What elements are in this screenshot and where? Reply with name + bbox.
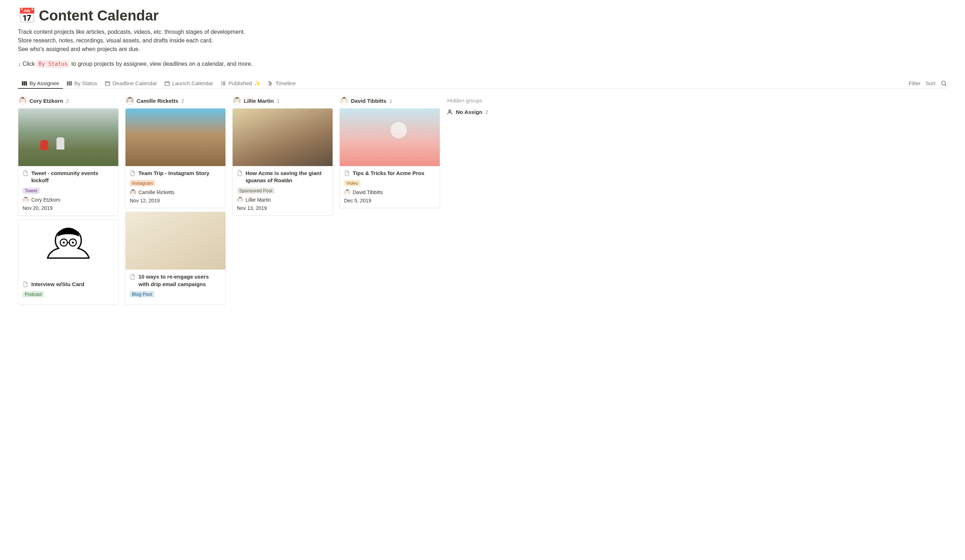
column-header[interactable]: Lillie Martin1: [232, 95, 333, 108]
hidden-groups-label[interactable]: Hidden groups: [447, 97, 508, 104]
assignee-name: David Tibbitts: [353, 189, 383, 195]
svg-point-43: [236, 98, 238, 101]
svg-point-19: [942, 81, 945, 85]
board-card[interactable]: Team Trip - Instagram StoryInstagramCami…: [125, 108, 226, 208]
column-count: 2: [181, 98, 184, 104]
card-date: Nov 13, 2019: [237, 205, 328, 211]
search-icon[interactable]: [940, 80, 947, 87]
column-header[interactable]: Cory Etzkorn2: [18, 95, 119, 108]
svg-point-55: [346, 191, 348, 193]
tab-deadline-calendar[interactable]: Deadline Calendar: [101, 78, 161, 88]
hint-pre: ↓ Click: [18, 61, 35, 67]
assignee-name: Lillie Martin: [245, 197, 271, 203]
card-date: Dec 5, 2019: [344, 198, 435, 203]
assignee-avatar: [233, 97, 241, 104]
calendar-icon: [164, 80, 170, 86]
card-tag: Instagram: [130, 180, 155, 186]
hint-code: By Status: [36, 60, 70, 68]
document-icon: [344, 170, 350, 176]
tab-launch-calendar[interactable]: Launch Calendar: [161, 78, 217, 88]
svg-point-37: [130, 99, 131, 100]
column-header[interactable]: Camille Ricketts2: [125, 95, 226, 108]
page-icon[interactable]: 📅: [18, 7, 36, 24]
svg-point-35: [128, 98, 131, 101]
person-off-icon: [447, 109, 453, 115]
document-icon: [237, 170, 243, 176]
svg-point-27: [25, 198, 26, 199]
column-header[interactable]: David Tibbitts1: [339, 95, 440, 108]
tabbar-actions: Filter Sort: [909, 80, 947, 87]
svg-point-12: [221, 83, 222, 83]
column-name: David Tibbitts: [351, 98, 386, 104]
svg-point-44: [236, 99, 237, 100]
card-body: How Acme is saving the giant iguanas of …: [232, 166, 332, 215]
board-card[interactable]: Interview w/Stu CardPodcast: [18, 219, 119, 305]
desc-line-1: Track content projects like articles, po…: [18, 28, 947, 36]
page-title[interactable]: Content Calendar: [39, 8, 159, 24]
assignee-avatar: [130, 189, 136, 196]
desc-line-2: Store research, notes, recordings, visua…: [18, 36, 947, 45]
card-body: Interview w/Stu CardPodcast: [18, 277, 118, 304]
tab-label: Deadline Calendar: [113, 80, 157, 86]
board: Cory Etzkorn2Tweet - community events ki…: [18, 95, 947, 309]
views-tabs: By Assignee By Status Deadline Calendar …: [18, 78, 909, 88]
svg-rect-5: [70, 81, 72, 85]
card-assignee: Cory Etzkorn: [23, 197, 114, 203]
card-tag: Podcast: [23, 291, 44, 297]
svg-point-51: [343, 98, 345, 101]
document-icon: [23, 170, 28, 176]
svg-line-20: [945, 85, 947, 86]
assignee-name: Cory Etzkorn: [31, 197, 61, 203]
svg-point-36: [129, 99, 130, 100]
tab-timeline[interactable]: Timeline: [264, 78, 299, 88]
board-column: Camille Ricketts2Team Trip - Instagram S…: [125, 95, 226, 309]
no-assignee-group[interactable]: No Assign2: [447, 109, 508, 115]
card-body: Team Trip - Instagram StoryInstagramCami…: [126, 166, 226, 208]
page-description[interactable]: Track content projects like articles, po…: [18, 28, 947, 54]
card-assignee: Camille Ricketts: [130, 189, 221, 196]
filter-button[interactable]: Filter: [909, 80, 921, 86]
card-title: How Acme is saving the giant iguanas of …: [245, 170, 328, 184]
tab-by-assignee[interactable]: By Assignee: [18, 78, 63, 88]
card-cover: [340, 109, 440, 166]
card-cover: [232, 109, 332, 166]
board-card[interactable]: Tips & Tricks for Acme ProsVideoDavid Ti…: [339, 108, 440, 208]
tab-label: By Assignee: [29, 80, 59, 86]
board-column: Cory Etzkorn2Tweet - community events ki…: [18, 95, 119, 309]
board-icon: [67, 80, 72, 86]
tab-label: Timeline: [275, 80, 296, 86]
svg-point-10: [221, 81, 222, 82]
card-body: 10 ways to re-engage users with drip ema…: [126, 269, 226, 304]
svg-rect-3: [67, 81, 68, 85]
tab-by-status[interactable]: By Status: [63, 78, 101, 88]
svg-rect-11: [222, 82, 226, 82]
svg-rect-4: [69, 81, 70, 85]
card-title: Tips & Tricks for Acme Pros: [353, 170, 424, 177]
board-card[interactable]: Tweet - community events kickoffTweetCor…: [18, 108, 119, 216]
svg-point-39: [132, 191, 134, 193]
card-title: 10 ways to re-engage users with drip ema…: [138, 273, 221, 288]
column-name: Cory Etzkorn: [29, 98, 63, 104]
tab-published[interactable]: Published ✨: [217, 78, 264, 88]
svg-point-58: [449, 109, 451, 112]
card-date: Nov 12, 2019: [130, 198, 221, 203]
assignee-avatar: [237, 197, 244, 203]
card-date: Nov 20, 2019: [23, 205, 114, 211]
svg-point-33: [72, 242, 74, 243]
svg-point-26: [25, 198, 27, 200]
board-card[interactable]: 10 ways to re-engage users with drip ema…: [125, 212, 226, 305]
views-tabbar: By Assignee By Status Deadline Calendar …: [18, 78, 947, 89]
sort-button[interactable]: Sort: [926, 80, 936, 86]
page-header: 📅 Content Calendar Track content project…: [18, 7, 947, 68]
board-card[interactable]: How Acme is saving the giant iguanas of …: [232, 108, 333, 216]
list-icon: [221, 80, 226, 86]
svg-point-47: [239, 198, 241, 200]
sparkle-icon: ✨: [254, 80, 260, 86]
tab-label: By Status: [74, 80, 97, 86]
svg-rect-17: [269, 83, 272, 84]
svg-rect-8: [165, 82, 169, 85]
card-title: Tweet - community events kickoff: [31, 170, 114, 184]
board-column: David Tibbitts1Tips & Tricks for Acme Pr…: [339, 95, 440, 212]
assignee-avatar: [23, 197, 29, 203]
svg-rect-1: [24, 81, 25, 85]
